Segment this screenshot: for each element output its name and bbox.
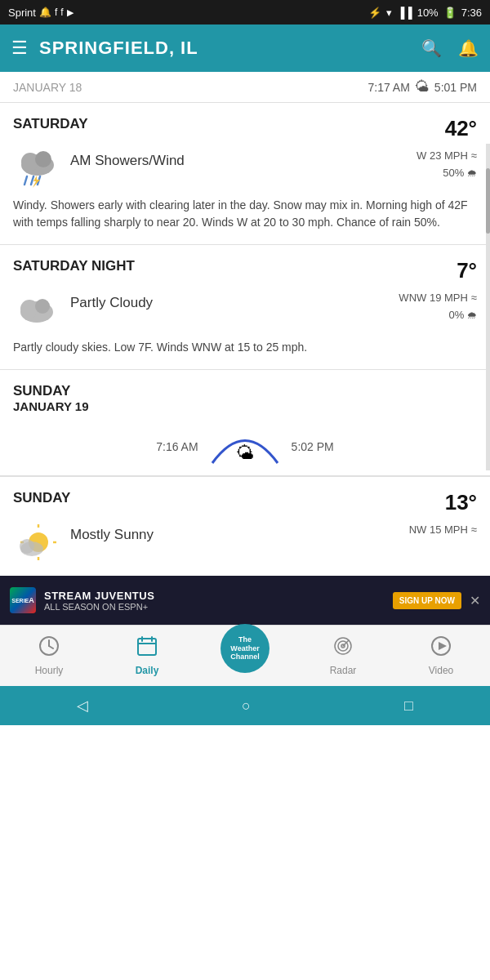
saturday-night-rain: 0% 🌧 (399, 307, 477, 324)
serie-a-logo: SERIE A (10, 587, 36, 613)
daily-label: Daily (136, 665, 159, 676)
partly-cloudy-icon (16, 292, 60, 328)
svg-point-2 (35, 151, 51, 167)
sunrise-arc-container: 🌤 (208, 426, 282, 467)
prev-date-label: JANUARY 18 (13, 81, 82, 94)
sunday-wind: NW 15 MPH ≈ (409, 522, 477, 539)
sun-icon-sunday: 🌤 (236, 443, 254, 463)
hourly-label: Hourly (35, 665, 64, 676)
back-button[interactable]: ◁ (77, 697, 88, 715)
saturday-body: AM Showers/Wind W 23 MPH ≈ 50% 🌧 (13, 148, 477, 189)
saturday-night-meta: WNW 19 MPH ≈ 0% 🌧 (399, 290, 477, 324)
bluetooth-icon: ⚡ (368, 7, 381, 19)
sunday-condition: Mostly Sunny (70, 527, 401, 543)
weather-content: JANUARY 18 7:17 AM 🌤 5:01 PM SATURDAY 42… (0, 72, 490, 576)
svg-point-16 (20, 539, 34, 554)
sunday-weather-label: SUNDAY (13, 490, 70, 506)
saturday-night-header: SATURDAY NIGHT 7° (13, 258, 477, 283)
sun-icon-prev: 🌤 (415, 78, 430, 96)
app-header: ☰ SPRINGFIELD, IL 🔍 🔔 (0, 24, 490, 72)
svg-point-9 (35, 299, 50, 314)
carrier-label: Sprint (8, 7, 36, 19)
scroll-thumb[interactable] (486, 168, 490, 234)
recent-button[interactable]: □ (404, 697, 413, 715)
saturday-night-condition: Partly Cloudy (70, 295, 390, 311)
saturday-meta: W 23 MPH ≈ 50% 🌧 (416, 148, 477, 182)
status-right: ⚡ ▾ ▐▐ 10% 🔋 7:36 (368, 7, 482, 19)
sunday-day-label: SUNDAY (13, 383, 477, 399)
sunday-sunrise-time: 7:16 AM (156, 440, 198, 453)
sunday-weather-icon (13, 522, 62, 563)
saturday-night-label: SATURDAY NIGHT (13, 258, 135, 274)
radar-label: Radar (330, 665, 357, 676)
home-button[interactable]: ○ (242, 697, 251, 715)
prev-sun-times: 7:17 AM 🌤 5:01 PM (368, 78, 477, 96)
wifi-icon: ▾ (386, 7, 392, 19)
weather-channel-label: TheWeatherChannel (230, 635, 260, 662)
status-left: Sprint 🔔 f f ▶ (8, 7, 74, 19)
scroll-track[interactable] (486, 144, 490, 470)
sunday-header: SUNDAY JANUARY 19 (0, 370, 490, 413)
saturday-night-body: Partly Cloudy WNW 19 MPH ≈ 0% 🌧 (13, 290, 477, 331)
sunday-header-section: SUNDAY JANUARY 19 7:16 AM 🌤 5:02 PM (0, 370, 490, 477)
facebook-icon-1: f (55, 7, 57, 18)
sunday-weather-header: SUNDAY 13° (13, 490, 477, 515)
cloud-rain-icon (16, 149, 60, 188)
status-bar: Sprint 🔔 f f ▶ ⚡ ▾ ▐▐ 10% 🔋 7:36 (0, 0, 490, 24)
saturday-night-rain-pct: 0% (449, 309, 465, 321)
sunday-sunset-time: 5:02 PM (292, 440, 334, 453)
video-label: Video (429, 665, 453, 676)
search-button[interactable]: 🔍 (421, 38, 442, 58)
saturday-temp: 42° (445, 116, 477, 141)
rain-icon-sat: 🌧 (467, 167, 477, 179)
video-icon (430, 635, 452, 662)
svg-rect-20 (138, 639, 156, 655)
prev-sunrise-time: 7:17 AM (368, 81, 409, 94)
ad-banner[interactable]: SERIE A STREAM JUVENTUS ALL SEASON ON ES… (0, 576, 490, 625)
weather-channel-circle[interactable]: TheWeatherChannel (220, 624, 270, 673)
saturday-night-temp: 7° (457, 258, 477, 283)
saturday-header: SATURDAY 42° (13, 116, 477, 141)
header-icons: 🔍 🔔 (421, 38, 479, 58)
ad-text: STREAM JUVENTUS ALL SEASON ON ESPN+ (44, 590, 385, 612)
svg-line-19 (49, 646, 53, 648)
saturday-night-card: SATURDAY NIGHT 7° Partly Cloudy WNW 19 M… (0, 245, 490, 370)
rain-icon-sat-night: 🌧 (467, 310, 477, 321)
nav-weather-channel[interactable]: TheWeatherChannel (196, 637, 294, 675)
battery-icon: 🔋 (443, 7, 457, 19)
mostly-sunny-icon (16, 524, 60, 560)
svg-line-3 (24, 176, 27, 185)
clock-icon (38, 635, 60, 662)
saturday-description: Windy. Showers early with clearing later… (13, 197, 477, 231)
sunday-weather-card: SUNDAY 13° Mostly Sunny NW (0, 477, 490, 576)
bottom-nav: Hourly Daily TheWeatherChannel Rada (0, 625, 490, 686)
notification-icon: 🔔 (39, 7, 51, 18)
nav-hourly[interactable]: Hourly (0, 630, 98, 681)
sunday-weather-body: Mostly Sunny NW 15 MPH ≈ (13, 522, 477, 563)
nav-radar[interactable]: Radar (294, 630, 392, 681)
sunday-meta: NW 15 MPH ≈ (409, 522, 477, 539)
android-nav-bar: ◁ ○ □ (0, 686, 490, 725)
signal-icon: ▐▐ (397, 7, 412, 19)
wind-icon-sun: ≈ (471, 522, 477, 539)
nav-daily[interactable]: Daily (98, 630, 196, 681)
prev-sunset-time: 5:01 PM (434, 81, 477, 94)
saturday-condition: AM Showers/Wind (70, 153, 408, 169)
ad-signup-button[interactable]: SIGN UP NOW (393, 592, 461, 609)
saturday-night-wind: WNW 19 MPH ≈ (399, 290, 477, 307)
saturday-night-weather-icon (13, 290, 62, 331)
sunday-date-label: JANUARY 19 (13, 399, 477, 413)
sunday-temp: 13° (445, 490, 477, 515)
play-icon: ▶ (67, 7, 74, 18)
menu-button[interactable]: ☰ (11, 38, 28, 59)
bell-button[interactable]: 🔔 (458, 38, 479, 58)
ad-close-button[interactable]: ✕ (470, 593, 480, 608)
radar-icon (332, 635, 354, 662)
saturday-rain: 50% 🌧 (416, 165, 477, 182)
saturday-wind: W 23 MPH ≈ (416, 148, 477, 165)
wind-icon-sat: ≈ (471, 148, 477, 165)
city-title: SPRINGFIELD, IL (39, 38, 421, 59)
sunday-sunrise-row: 7:16 AM 🌤 5:02 PM (0, 418, 490, 476)
nav-video[interactable]: Video (392, 630, 490, 681)
sunday-wind-speed: NW 15 MPH (409, 522, 468, 539)
